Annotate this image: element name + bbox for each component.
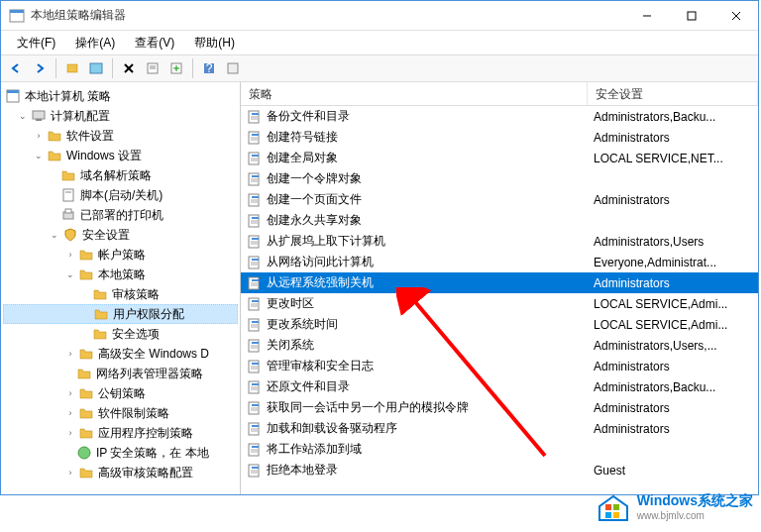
policy-name-cell: 创建一个令牌对象 bbox=[241, 170, 588, 187]
list-row[interactable]: 创建一个令牌对象 bbox=[241, 168, 758, 189]
collapse-icon[interactable]: ⌄ bbox=[33, 150, 45, 161]
expand-icon[interactable]: › bbox=[64, 427, 76, 439]
expand-icon[interactable]: › bbox=[64, 407, 76, 419]
up-button[interactable] bbox=[61, 57, 83, 79]
tree-audit[interactable]: 审核策略 bbox=[3, 284, 238, 304]
list-row[interactable]: 关闭系统Administrators,Users,... bbox=[241, 335, 758, 356]
policy-name: 更改系统时间 bbox=[267, 316, 338, 333]
folder-icon bbox=[60, 167, 76, 183]
policy-name: 还原文件和目录 bbox=[267, 378, 350, 395]
tree-root[interactable]: 本地计算机 策略 bbox=[3, 86, 238, 106]
list-row[interactable]: 从扩展坞上取下计算机Administrators,Users bbox=[241, 231, 758, 252]
tree-scripts[interactable]: 脚本(启动/关机) bbox=[3, 185, 238, 205]
list-row[interactable]: 创建永久共享对象 bbox=[241, 210, 758, 231]
tree-netlist[interactable]: 网络列表管理器策略 bbox=[3, 364, 238, 383]
policy-setting-cell: Guest bbox=[588, 464, 758, 478]
expand-icon[interactable]: › bbox=[64, 249, 76, 261]
policy-name: 从扩展坞上取下计算机 bbox=[267, 233, 385, 250]
delete-button[interactable] bbox=[118, 57, 140, 79]
tree-panel[interactable]: 本地计算机 策略 ⌄计算机配置 ›软件设置 ⌄Windows 设置 域名解析策略… bbox=[1, 82, 241, 494]
tree-security-options[interactable]: 安全选项 bbox=[3, 324, 238, 344]
svg-rect-71 bbox=[252, 342, 259, 344]
properties-button[interactable] bbox=[142, 57, 163, 79]
back-button[interactable] bbox=[5, 57, 27, 79]
menu-action[interactable]: 操作(A) bbox=[67, 33, 123, 53]
titlebar: 本地组策略编辑器 bbox=[1, 1, 758, 31]
help-button[interactable]: ? bbox=[198, 57, 220, 79]
list-row[interactable]: 更改时区LOCAL SERVICE,Admi... bbox=[241, 293, 758, 314]
collapse-icon[interactable]: ⌄ bbox=[64, 268, 76, 280]
tree-user-rights[interactable]: 用户权限分配 bbox=[3, 304, 238, 324]
tree-ipsec[interactable]: IP 安全策略，在 本地 bbox=[3, 443, 238, 463]
list-row[interactable]: 获取同一会话中另一个用户的模拟令牌Administrators bbox=[241, 397, 758, 418]
policy-name-cell: 还原文件和目录 bbox=[241, 378, 588, 395]
policy-name-cell: 创建全局对象 bbox=[241, 150, 588, 166]
export-button[interactable] bbox=[165, 57, 187, 79]
folder-icon bbox=[78, 385, 94, 401]
svg-rect-83 bbox=[252, 404, 259, 406]
list-row[interactable]: 从远程系统强制关机Administrators bbox=[241, 272, 758, 293]
list-row[interactable]: 将工作站添加到域 bbox=[241, 439, 758, 460]
expand-icon[interactable]: › bbox=[64, 387, 76, 399]
policy-setting-cell: Administrators bbox=[588, 360, 758, 373]
svg-rect-18 bbox=[7, 90, 19, 93]
menu-help[interactable]: 帮助(H) bbox=[186, 33, 243, 53]
tree-defender[interactable]: ›高级安全 Windows D bbox=[3, 344, 238, 364]
tree-advaudit[interactable]: ›高级审核策略配置 bbox=[3, 463, 238, 482]
policy-item-icon bbox=[247, 171, 263, 187]
list-row[interactable]: 创建符号链接Administrators bbox=[241, 127, 758, 148]
menu-file[interactable]: 文件(F) bbox=[9, 33, 63, 53]
folder-icon bbox=[78, 247, 94, 263]
tree-printers[interactable]: 已部署的打印机 bbox=[3, 205, 238, 225]
list-row[interactable]: 创建一个页面文件Administrators bbox=[241, 189, 758, 210]
policy-setting-cell: Administrators bbox=[588, 422, 758, 436]
tree-label: 已部署的打印机 bbox=[80, 207, 163, 224]
folder-icon bbox=[78, 266, 94, 282]
collapse-icon[interactable]: ⌄ bbox=[17, 110, 29, 122]
tree-software[interactable]: ›软件设置 bbox=[3, 126, 238, 146]
list-row[interactable]: 创建全局对象LOCAL SERVICE,NET... bbox=[241, 148, 758, 168]
forward-button[interactable] bbox=[29, 57, 51, 79]
policy-item-icon bbox=[247, 379, 263, 395]
expand-icon[interactable]: › bbox=[33, 130, 45, 142]
tree-local-policy[interactable]: ⌄本地策略 bbox=[3, 265, 238, 284]
expand-icon[interactable]: › bbox=[64, 467, 76, 479]
svg-rect-100 bbox=[613, 504, 619, 510]
folder-icon bbox=[78, 346, 94, 362]
list-row[interactable]: 从网络访问此计算机Everyone,Administrat... bbox=[241, 252, 758, 272]
tree-pubkey[interactable]: ›公钥策略 bbox=[3, 383, 238, 403]
column-security[interactable]: 安全设置 bbox=[588, 82, 758, 105]
column-policy[interactable]: 策略 bbox=[241, 82, 588, 105]
tree-label: 软件限制策略 bbox=[98, 405, 169, 422]
policy-setting-cell: Administrators bbox=[588, 193, 758, 207]
minimize-button[interactable] bbox=[624, 1, 669, 30]
menu-view[interactable]: 查看(V) bbox=[127, 33, 182, 53]
list-row[interactable]: 备份文件和目录Administrators,Backu... bbox=[241, 106, 758, 127]
policy-name: 关闭系统 bbox=[267, 337, 314, 354]
tree-appctrl[interactable]: ›应用程序控制策略 bbox=[3, 423, 238, 443]
svg-rect-55 bbox=[252, 259, 259, 261]
tree-windows[interactable]: ⌄Windows 设置 bbox=[3, 146, 238, 165]
watermark: Windows系统之家www.bjmlv.com bbox=[596, 488, 753, 524]
collapse-icon[interactable]: ⌄ bbox=[49, 229, 60, 241]
svg-rect-87 bbox=[252, 425, 259, 427]
tree-computer-config[interactable]: ⌄计算机配置 bbox=[3, 106, 238, 126]
list-row[interactable]: 还原文件和目录Administrators,Backu... bbox=[241, 376, 758, 397]
show-hide-button[interactable] bbox=[85, 57, 107, 79]
tree-security[interactable]: ⌄安全设置 bbox=[3, 225, 238, 245]
tree-dns[interactable]: 域名解析策略 bbox=[3, 165, 238, 185]
svg-rect-75 bbox=[252, 363, 259, 365]
expand-icon[interactable]: › bbox=[64, 348, 76, 360]
list-row[interactable]: 拒绝本地登录Guest bbox=[241, 460, 758, 480]
list-row[interactable]: 管理审核和安全日志Administrators bbox=[241, 356, 758, 376]
refresh-button[interactable] bbox=[222, 57, 244, 79]
list-row[interactable]: 加载和卸载设备驱动程序Administrators bbox=[241, 418, 758, 439]
list-row[interactable]: 更改系统时间LOCAL SERVICE,Admi... bbox=[241, 314, 758, 335]
tree-account[interactable]: ›帐户策略 bbox=[3, 245, 238, 265]
maximize-button[interactable] bbox=[669, 1, 713, 30]
list-body[interactable]: 备份文件和目录Administrators,Backu...创建符号链接Admi… bbox=[241, 106, 758, 494]
close-button[interactable] bbox=[713, 1, 758, 30]
script-icon bbox=[60, 187, 76, 203]
policy-item-icon bbox=[247, 213, 263, 229]
tree-softrestrict[interactable]: ›软件限制策略 bbox=[3, 403, 238, 423]
